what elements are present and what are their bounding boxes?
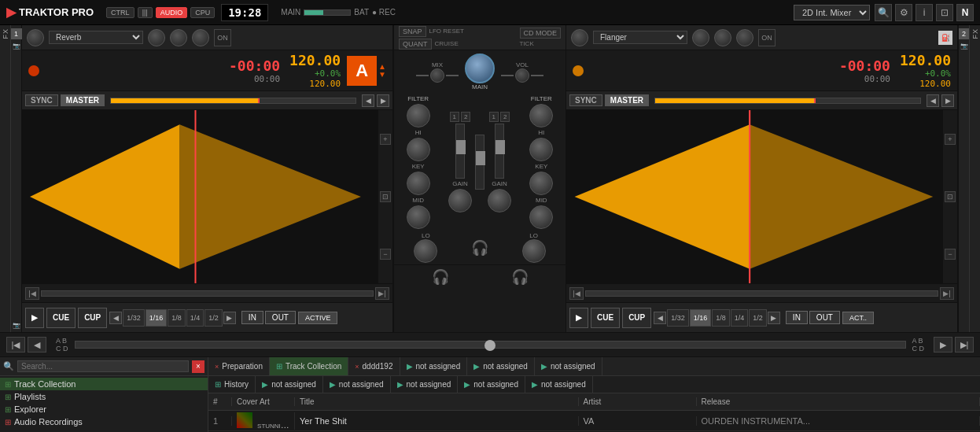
deck-left-scroll-start[interactable]: |◀ xyxy=(25,287,39,300)
tab2-not-assigned-4[interactable]: ▶ not assigned xyxy=(458,376,525,393)
cd-mode-btn[interactable]: CD MODE xyxy=(520,28,562,39)
mid-knob-right[interactable] xyxy=(529,205,553,229)
browser-close-btn[interactable]: × xyxy=(192,360,204,373)
gain-knob-left[interactable] xyxy=(448,189,472,212)
deck-left-next-btn[interactable]: ▶ xyxy=(377,94,389,107)
deck-left-play-btn[interactable]: ▶ xyxy=(25,308,44,328)
browser-search-input[interactable] xyxy=(17,360,189,372)
deck-right-q-1-8[interactable]: 1/8 xyxy=(712,309,730,327)
transport-prev[interactable]: ◀ xyxy=(28,337,46,353)
deck-right-master-btn[interactable]: MASTER xyxy=(605,94,649,106)
deck-left-scroll-track[interactable] xyxy=(41,290,374,297)
deck-left-knob1[interactable] xyxy=(27,29,44,46)
deck-left-waveform[interactable]: + ⊡ − xyxy=(22,110,392,283)
crossfader-vert[interactable] xyxy=(475,135,484,190)
channel-fader-right[interactable] xyxy=(495,124,504,179)
deck-left-active-btn[interactable]: ACTIVE xyxy=(298,312,338,324)
headphone-icon-left[interactable]: 🎧 xyxy=(432,268,449,286)
deck-right-knob1[interactable] xyxy=(571,29,588,46)
deck-left-minus-btn[interactable]: − xyxy=(380,249,391,260)
deck-left-master-btn[interactable]: MASTER xyxy=(61,94,105,106)
camera-icon-right[interactable]: 📷 xyxy=(960,42,968,50)
n-button[interactable]: N xyxy=(956,4,974,21)
deck-right-knob2[interactable] xyxy=(692,29,709,46)
fx-2-right[interactable]: 2 xyxy=(500,112,510,122)
sidebar-item-playlists[interactable]: ⊞ Playlists xyxy=(0,390,208,403)
mixer-preset-select[interactable]: 2D Int. Mixer xyxy=(794,5,870,20)
deck-left-q-1-4[interactable]: 1/4 xyxy=(186,309,204,327)
quant-btn[interactable]: QUANT xyxy=(399,39,432,50)
deck-right-scroll-start[interactable]: |◀ xyxy=(569,287,584,300)
mid-knob-left[interactable] xyxy=(407,205,430,229)
deck-right-active-btn[interactable]: ACT.. xyxy=(842,312,874,324)
deck-left-q-prev[interactable]: ◀ xyxy=(109,312,122,324)
camera-icon-left2[interactable]: 📷 xyxy=(13,322,20,329)
deck-left-q-next[interactable]: ▶ xyxy=(223,312,236,324)
deck-right-out-btn[interactable]: OUT xyxy=(809,311,840,324)
deck-left-plus-btn[interactable]: + xyxy=(380,134,391,145)
deck-left-out-btn[interactable]: OUT xyxy=(265,311,296,324)
mix-knob[interactable] xyxy=(430,68,444,83)
deck-right-plus-btn[interactable]: + xyxy=(945,134,956,145)
hi-knob-right[interactable] xyxy=(529,138,553,161)
search-button[interactable]: 🔍 xyxy=(875,4,892,21)
sidebar-item-track-collection[interactable]: ⊞ Track Collection xyxy=(0,378,208,390)
deck-right-sync-btn[interactable]: SYNC xyxy=(569,94,602,106)
eq-badge[interactable]: ||| xyxy=(138,7,153,18)
key-knob-left[interactable] xyxy=(407,172,430,195)
deck-right-q-1-16[interactable]: 1/16 xyxy=(690,309,712,327)
tab2-not-assigned-1[interactable]: ▶ not assigned xyxy=(256,376,323,393)
deck-right-prev-btn[interactable]: ◀ xyxy=(927,94,939,107)
deck-left-knob4[interactable] xyxy=(192,29,209,46)
rec-label[interactable]: ● REC xyxy=(372,8,396,17)
deck-right-q-1-2[interactable]: 1/2 xyxy=(749,309,767,327)
ctrl-badge[interactable]: CTRL xyxy=(106,7,134,18)
tab2-not-assigned-5[interactable]: ▶ not assigned xyxy=(525,376,593,393)
deck-right-scroll-end[interactable]: ▶| xyxy=(940,287,954,300)
deck-right-in-btn[interactable]: IN xyxy=(786,311,808,324)
deck-right-cup-btn[interactable]: CUP xyxy=(622,308,651,328)
tab-not-assigned-1[interactable]: ▶ not assigned xyxy=(400,357,468,375)
deck-left-fx-toggle[interactable]: ON xyxy=(214,29,231,46)
deck-right-knob3[interactable] xyxy=(714,29,731,46)
headphone-icon[interactable]: 🎧 xyxy=(471,239,488,257)
filter-knob-left[interactable] xyxy=(407,104,430,127)
channel-fader-left[interactable] xyxy=(455,124,465,179)
main-knob[interactable] xyxy=(465,54,495,83)
deck-left-q-1-16[interactable]: 1/16 xyxy=(146,309,168,327)
hi-knob-left[interactable] xyxy=(407,138,430,161)
fx-1-right[interactable]: 1 xyxy=(489,112,499,122)
deck-right-waveform[interactable]: + ⊡ − xyxy=(566,110,957,283)
deck-left-arrows[interactable]: ▲ ▼ xyxy=(378,63,386,79)
vol-knob[interactable] xyxy=(515,68,529,83)
deck-right-expand-btn[interactable]: ⊡ xyxy=(945,191,956,202)
tab2-history[interactable]: ⊞ History xyxy=(208,376,256,393)
deck-right-q-1-32[interactable]: 1/32 xyxy=(667,309,689,327)
tab2-not-assigned-3[interactable]: ▶ not assigned xyxy=(391,376,459,393)
tab2-not-assigned-2[interactable]: ▶ not assigned xyxy=(323,376,391,393)
lo-knob-left[interactable] xyxy=(414,239,437,263)
deck-left-q-1-8[interactable]: 1/8 xyxy=(168,309,186,327)
transport-handle[interactable] xyxy=(484,340,496,351)
deck-right-fx-toggle[interactable]: ON xyxy=(758,29,776,46)
deck-right-q-1-4[interactable]: 1/4 xyxy=(731,309,749,327)
filter-knob-right[interactable] xyxy=(529,104,553,127)
deck-left-prev-btn[interactable]: ◀ xyxy=(362,94,374,107)
deck-left-in-btn[interactable]: IN xyxy=(241,311,263,324)
deck-right-cue-btn[interactable]: CUE xyxy=(591,308,620,328)
deck-left-knob2[interactable] xyxy=(148,29,165,46)
deck-right-scroll-track[interactable] xyxy=(585,290,938,297)
deck-left-q-1-32[interactable]: 1/32 xyxy=(123,309,145,327)
deck-right-q-next[interactable]: ▶ xyxy=(768,312,780,324)
deck-right-next-btn[interactable]: ▶ xyxy=(941,94,954,107)
fx-2-left[interactable]: 2 xyxy=(461,112,470,122)
deck-left-fx-preset[interactable]: Reverb xyxy=(49,31,143,44)
transport-skip-start[interactable]: |◀ xyxy=(6,337,25,353)
sidebar-item-explorer[interactable]: ⊞ Explorer xyxy=(0,403,208,415)
deck-left-cue-btn[interactable]: CUE xyxy=(46,308,76,328)
fx-1-left[interactable]: 1 xyxy=(450,112,459,122)
transport-skip-end[interactable]: ▶| xyxy=(955,337,974,353)
deck-right-fx-preset[interactable]: Flanger xyxy=(593,31,687,44)
transport-next[interactable]: ▶ xyxy=(934,337,952,353)
camera-icon-left[interactable]: 📷 xyxy=(13,42,20,50)
